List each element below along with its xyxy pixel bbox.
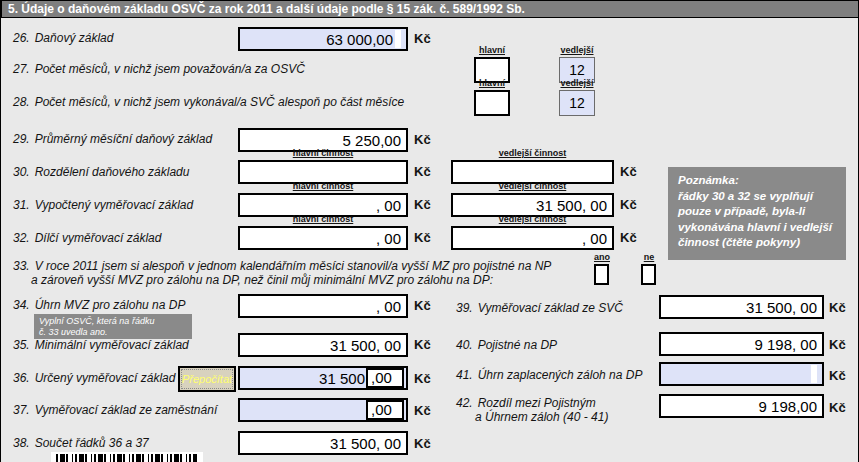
row29-label: 29.Průměrný měsíční daňový základ: [13, 132, 212, 146]
field-40-pojistne-dp[interactable]: 9 198, 00: [659, 332, 824, 356]
row32-vedlejsi-cinnost-sublabel: vedlejší činnost: [451, 214, 614, 224]
row27-label: 27.Počet měsíců, v nichž jsem považován/…: [13, 62, 305, 76]
field-42-rozdil-pojistne-zalohy[interactable]: 9 198,00: [659, 394, 824, 418]
row30-label: 30.Rozdělení daňového základu: [13, 165, 189, 179]
field-37-vymerovaci-zaklad-zamestnani[interactable]: ,00: [238, 398, 408, 422]
row35-label: 35.Minimální vyměřovací základ: [13, 338, 189, 352]
cents-box: ,00: [366, 368, 404, 388]
field-36-urceny-vymerovaci-zaklad[interactable]: 31 500,00: [238, 366, 408, 390]
currency-label: Kč: [414, 436, 431, 451]
note-title: Poznámka:: [678, 173, 836, 189]
row27-hlavni-sublabel: hlavní: [464, 45, 520, 55]
currency-label: Kč: [829, 400, 846, 415]
field-34-uhrn-mvz[interactable]: , 00: [238, 294, 408, 318]
field-38-soucet-36-37[interactable]: 31 500, 00: [238, 431, 408, 455]
currency-label: Kč: [414, 403, 431, 418]
ano-sublabel: ano: [586, 252, 618, 262]
barcode-bars: [56, 454, 197, 462]
row30-vedlejsi-cinnost-sublabel: vedlejší činnost: [451, 148, 614, 158]
row37-label: 37.Vyměřovací základ ze zaměstnání: [13, 403, 217, 417]
field-28-hlavni[interactable]: [474, 90, 510, 116]
barcode: [51, 452, 203, 462]
field-26-danovy-zaklad[interactable]: 63 000,00: [238, 27, 408, 51]
currency-label: Kč: [414, 164, 431, 179]
currency-label: Kč: [620, 164, 637, 179]
checkbox-33-ne[interactable]: [641, 264, 656, 285]
field-32-vedlejsi-cinnost[interactable]: , 00: [451, 226, 614, 250]
row38-label: 38.Součet řádků 36 a 37: [13, 436, 149, 450]
row40-label: 40.Pojistné na DP: [456, 338, 557, 352]
row27-vedlejsi-sublabel: vedlejší: [549, 45, 605, 55]
row36-label: 36.Určený vyměřovací základ: [13, 371, 175, 385]
ne-sublabel: ne: [634, 252, 664, 262]
currency-label: Kč: [829, 368, 846, 383]
row30-hlavni-cinnost-sublabel: hlavní činnost: [238, 148, 408, 158]
currency-label: Kč: [829, 337, 846, 352]
row32-hlavni-cinnost-sublabel: hlavní činnost: [238, 214, 408, 224]
field-caret-strip: [811, 365, 817, 383]
row28-vedlejsi-sublabel: vedlejší: [549, 78, 605, 88]
row34-tooltip: Vyplní OSVČ, která na řádku č. 33 uvedla…: [34, 314, 192, 339]
row26-label: 26.Daňový základ: [13, 31, 113, 45]
row34-label: 34.Úhrn MVZ pro zálohu na DP: [13, 298, 185, 312]
cents-box: ,00: [366, 400, 404, 420]
field-41-uhrn-zaloh-dp[interactable]: [659, 362, 824, 386]
row32-label: 32.Dílčí vyměřovací základ: [13, 231, 161, 245]
field-caret-strip: [395, 30, 401, 48]
tax-form-section-5: 5. Údaje o daňovém základu OSVČ za rok 2…: [0, 0, 859, 462]
currency-label: Kč: [414, 132, 431, 147]
field-32-hlavni-cinnost[interactable]: , 00: [238, 226, 408, 250]
checkbox-33-ano[interactable]: [594, 264, 609, 285]
row33-label-line2: a zároveň vyšší MVZ pro zálohu na DP, ne…: [31, 273, 493, 287]
currency-label: Kč: [414, 230, 431, 245]
prepocitat-button[interactable]: Přepočítat: [178, 366, 236, 392]
currency-label: Kč: [620, 197, 637, 212]
row41-label: 41.Úhrn zaplacených záloh na DP: [456, 368, 642, 382]
note-box: Poznámka: řádky 30 a 32 se vyplňují pouz…: [668, 167, 846, 260]
currency-label: Kč: [414, 31, 431, 46]
currency-label: Kč: [414, 298, 431, 313]
currency-label: Kč: [414, 197, 431, 212]
currency-label: Kč: [414, 371, 431, 386]
section-header: 5. Údaje o daňovém základu OSVČ za rok 2…: [1, 0, 859, 18]
field-39-vymerovaci-zaklad-svc[interactable]: 31 500, 00: [659, 295, 824, 319]
row33-label-line1: 33.V roce 2011 jsem si alespoň v jednom …: [13, 259, 551, 273]
currency-label: Kč: [829, 300, 846, 315]
field-28-vedlejsi[interactable]: 12: [559, 90, 595, 116]
row42-label-line1: 42.Rozdíl mezi Pojistným: [456, 396, 596, 410]
row31-label: 31.Vypočtený vyměřovací základ: [13, 198, 193, 212]
row31-hlavni-cinnost-sublabel: hlavní činnost: [238, 181, 408, 191]
row39-label: 39.Vyměřovací základ ze SVČ: [456, 301, 623, 315]
row28-label: 28.Počet měsíců, v nichž jsem vykonával/…: [13, 95, 404, 109]
row28-hlavni-sublabel: hlavní: [464, 78, 520, 88]
currency-label: Kč: [620, 230, 637, 245]
field-35-minimalni-vymerovaci-zaklad[interactable]: 31 500, 00: [238, 333, 408, 357]
row31-vedlejsi-cinnost-sublabel: vedlejší činnost: [451, 181, 614, 191]
row42-label-line2: a Úhrnem záloh (40 - 41): [475, 410, 608, 424]
currency-label: Kč: [414, 337, 431, 352]
